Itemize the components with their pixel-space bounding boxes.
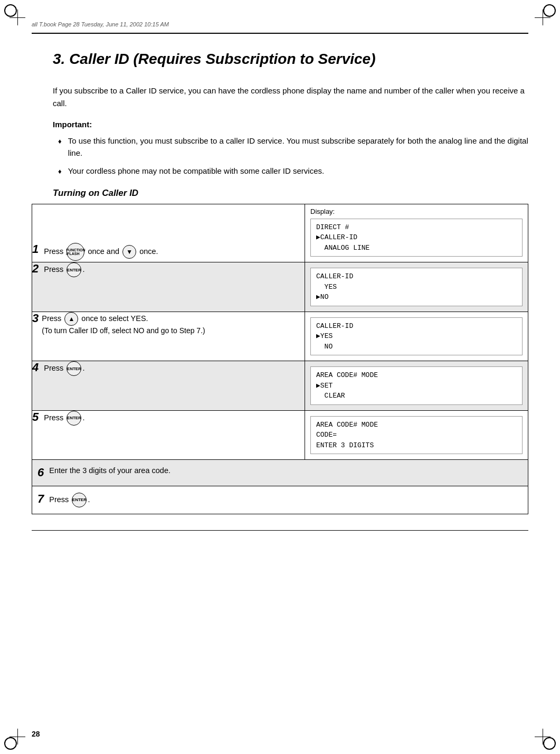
step-3-subtext: (To turn Caller ID off, select NO and go… <box>42 326 205 335</box>
step-1-content: Press FUNCTION/FLASH once and ▼ once. <box>44 243 158 261</box>
crosshair-br <box>535 729 550 744</box>
header-row: 1 Press FUNCTION/FLASH once and ▼ once. … <box>32 204 528 262</box>
step-7-row: 7 Press ENTER. <box>32 486 528 514</box>
function-flash-button: FUNCTION/FLASH <box>67 243 84 261</box>
step-3-content: 3 Press ▲ once to select YES. (To turn C… <box>32 312 305 336</box>
crosshair-tl <box>10 10 25 25</box>
bullet-list: To use this function, you must subscribe… <box>58 135 528 177</box>
step-4-row: 4 Press ENTER. AREA CODE# MODE ▶SET CLEA… <box>32 361 528 411</box>
step-2-number: 2 <box>32 262 39 275</box>
display-screen-3: CALLER-ID ▶YES NO <box>310 317 523 356</box>
display-screen-1: DIRECT # ▶CALLER-ID ANALOG LINE <box>310 219 523 257</box>
step-6-content: Enter the 3 digits of your area code. <box>49 466 170 475</box>
section-title: Turning on Caller ID <box>53 188 528 199</box>
crosshair-bl <box>10 729 25 744</box>
bullet-item-2: Your cordless phone may not be compatibl… <box>58 165 528 177</box>
intro-paragraph: If you subscribe to a Caller ID service,… <box>53 84 528 177</box>
step-5-content: Press ENTER. <box>44 411 84 426</box>
step-2-row: 2 Press ENTER. CALLER-ID YES ▶NO <box>32 262 528 312</box>
steps-table: 1 Press FUNCTION/FLASH once and ▼ once. … <box>32 204 528 514</box>
step-3-number: 3 <box>32 312 39 325</box>
nav-down-button-1: ▼ <box>122 245 136 259</box>
chapter-title: 3. Caller ID (Requires Subscription to S… <box>53 50 528 69</box>
step-5-row: 5 Press ENTER. AREA CODE# MODE CODE= ENT… <box>32 410 528 460</box>
bullet-item-1: To use this function, you must subscribe… <box>58 135 528 159</box>
bottom-rule <box>32 530 528 531</box>
enter-button-5: ENTER <box>67 411 81 426</box>
display-screen-4: AREA CODE# MODE ▶SET CLEAR <box>310 366 523 405</box>
display-label: Display: <box>305 204 528 216</box>
step-4-content: Press ENTER. <box>44 361 84 376</box>
crosshair-tr <box>535 10 550 25</box>
enter-button-4: ENTER <box>67 361 81 376</box>
step-3-row: 3 Press ▲ once to select YES. (To turn C… <box>32 312 528 361</box>
page-meta: all T.book Page 28 Tuesday, June 11, 200… <box>32 21 528 27</box>
step-6-number: 6 <box>37 466 44 479</box>
nav-up-button-3: ▲ <box>64 312 78 326</box>
step-1-number: 1 <box>32 243 39 256</box>
intro-text: If you subscribe to a Caller ID service,… <box>53 84 528 110</box>
enter-button-7: ENTER <box>72 493 87 507</box>
step-4-number: 4 <box>32 361 39 374</box>
enter-button-2: ENTER <box>67 262 81 277</box>
step-6-row: 6 Enter the 3 digits of your area code. <box>32 460 528 486</box>
step-5-number: 5 <box>32 411 39 423</box>
step-2-content: Press ENTER. <box>44 262 84 277</box>
display-screen-5: AREA CODE# MODE CODE= ENTER 3 DIGITS <box>310 416 523 455</box>
top-rule <box>32 33 528 34</box>
step-7-number: 7 <box>37 493 44 505</box>
step-7-content: Press ENTER. <box>49 493 90 507</box>
display-screen-2: CALLER-ID YES ▶NO <box>310 268 523 306</box>
page-number: 28 <box>32 730 40 738</box>
important-label: Important: <box>53 118 528 131</box>
